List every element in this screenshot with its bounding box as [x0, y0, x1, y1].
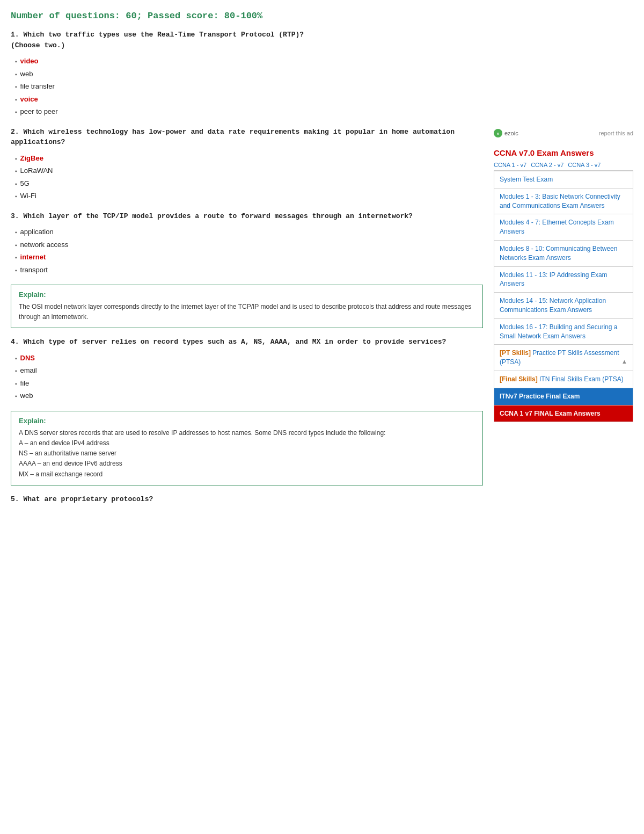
question-3-text: 3. Which layer of the TCP/IP model provi… [11, 211, 483, 222]
option-zigbee: ZigBee [15, 152, 483, 165]
option-file-transfer-label: file transfer [20, 81, 55, 92]
option-wifi-label: Wi-Fi [20, 191, 36, 201]
explain-text-2: A DNS server stores records that are use… [19, 428, 475, 480]
menu-final-skills[interactable]: [Final Skills] ITN Final Skills Exam (PT… [494, 371, 633, 388]
tab-ccna2[interactable]: CCNA 2 - v7 [531, 162, 564, 168]
question-1-options: video web file transfer voice peer to pe… [11, 55, 483, 118]
option-file: file [15, 377, 483, 390]
option-lorawan-label: LoRaWAN [20, 165, 53, 176]
explain-box-2: Explain: A DNS server stores records tha… [11, 411, 483, 485]
option-zigbee-label: ZigBee [20, 153, 43, 164]
menu-modules-11-13[interactable]: Modules 11 - 13: IP Addressing Exam Answ… [494, 267, 633, 293]
menu-pt-skills[interactable]: [PT Skills] Practice PT Skills Assessmen… [494, 345, 633, 371]
option-network-access: network access [15, 238, 483, 251]
question-3: 3. Which layer of the TCP/IP model provi… [11, 211, 483, 277]
option-web-label: web [20, 69, 33, 79]
tab-ccna1[interactable]: CCNA 1 - v7 [494, 162, 526, 168]
explain-text-1: The OSI model network layer corresponds … [19, 302, 475, 322]
option-voice: voice [15, 93, 483, 106]
ezoic-icon: e [494, 129, 502, 137]
menu-modules-8-10[interactable]: Modules 8 - 10: Communicating Between Ne… [494, 241, 633, 267]
option-dns: DNS [15, 352, 483, 365]
sidebar: e ezoic report this ad CCNA v7.0 Exam An… [494, 11, 633, 513]
option-internet: internet [15, 251, 483, 264]
sidebar-tabs: CCNA 1 - v7 CCNA 2 - v7 CCNA 3 - v7 [494, 162, 633, 171]
question-1-text: 1. Which two traffic types use the Real-… [11, 30, 483, 50]
tab-ccna3[interactable]: CCNA 3 - v7 [568, 162, 601, 168]
option-file-label: file [20, 378, 30, 389]
menu-system-test[interactable]: System Test Exam [494, 171, 633, 188]
option-web-label-q4: web [20, 390, 33, 401]
option-voice-label: voice [20, 94, 38, 105]
sidebar-menu: System Test Exam Modules 1 - 3: Basic Ne… [494, 171, 633, 422]
badge-pt: [PT Skills] [500, 349, 531, 357]
badge-final: [Final Skills] [500, 375, 538, 383]
option-lorawan: LoRaWAN [15, 164, 483, 177]
option-web: web [15, 68, 483, 81]
menu-modules-4-7[interactable]: Modules 4 - 7: Ethernet Concepts Exam An… [494, 214, 633, 241]
option-email-label: email [20, 365, 37, 376]
question-1: 1. Which two traffic types use the Real-… [11, 30, 483, 118]
question-4-text: 4. Which type of server relies on record… [11, 337, 483, 347]
question-2-options: ZigBee LoRaWAN 5G Wi-Fi [11, 152, 483, 202]
ezoic-badge: e ezoic [494, 129, 518, 137]
option-transport-label: transport [20, 265, 48, 275]
question-4-options: DNS email file web [11, 352, 483, 402]
option-5g: 5G [15, 177, 483, 190]
option-video-label: video [20, 56, 39, 67]
ccna-sidebar-title: CCNA v7.0 Exam Answers [494, 148, 633, 157]
option-application: application [15, 226, 483, 238]
question-3-options: application network access internet tran… [11, 226, 483, 276]
menu-itnv7-practice[interactable]: ITNv7 Practice Final Exam [494, 388, 633, 405]
menu-modules-16-17[interactable]: Modules 16 - 17: Building and Securing a… [494, 319, 633, 345]
option-peer-to-peer: peer to peer [15, 105, 483, 118]
explain-box-1: Explain: The OSI model network layer cor… [11, 285, 483, 328]
option-internet-label: internet [20, 252, 46, 263]
option-file-transfer: file transfer [15, 80, 483, 93]
option-wifi: Wi-Fi [15, 190, 483, 202]
option-dns-label: DNS [20, 353, 35, 364]
ezoic-text: ezoic [504, 130, 518, 136]
option-web: web [15, 389, 483, 402]
explain-title-2: Explain: [19, 417, 475, 425]
option-transport: transport [15, 264, 483, 277]
ad-area: e ezoic report this ad [494, 129, 633, 137]
question-2-text: 2. Which wireless technology has low-pow… [11, 127, 483, 148]
option-5g-label: 5G [20, 178, 30, 189]
option-email: email [15, 364, 483, 377]
option-peer-to-peer-label: peer to peer [20, 106, 58, 117]
menu-modules-14-15[interactable]: Modules 14 - 15: Network Application Com… [494, 293, 633, 319]
question-5: 5. What are proprietary protocols? [11, 494, 483, 505]
question-2: 2. Which wireless technology has low-pow… [11, 127, 483, 202]
question-5-text: 5. What are proprietary protocols? [11, 494, 483, 505]
explain-title-1: Explain: [19, 291, 475, 299]
menu-ccna1-final[interactable]: CCNA 1 v7 FINAL Exam Answers [494, 405, 633, 422]
main-content: Number of questions: 60; Passed score: 8… [11, 11, 483, 513]
question-4: 4. Which type of server relies on record… [11, 337, 483, 402]
option-network-access-label: network access [20, 240, 69, 250]
menu-modules-1-3[interactable]: Modules 1 - 3: Basic Network Connectivit… [494, 188, 633, 215]
scroll-indicator: ▲ [621, 358, 627, 366]
option-application-label: application [20, 227, 54, 237]
page-title: Number of questions: 60; Passed score: 8… [11, 11, 483, 21]
option-video: video [15, 55, 483, 68]
ad-report-link[interactable]: report this ad [599, 130, 633, 136]
